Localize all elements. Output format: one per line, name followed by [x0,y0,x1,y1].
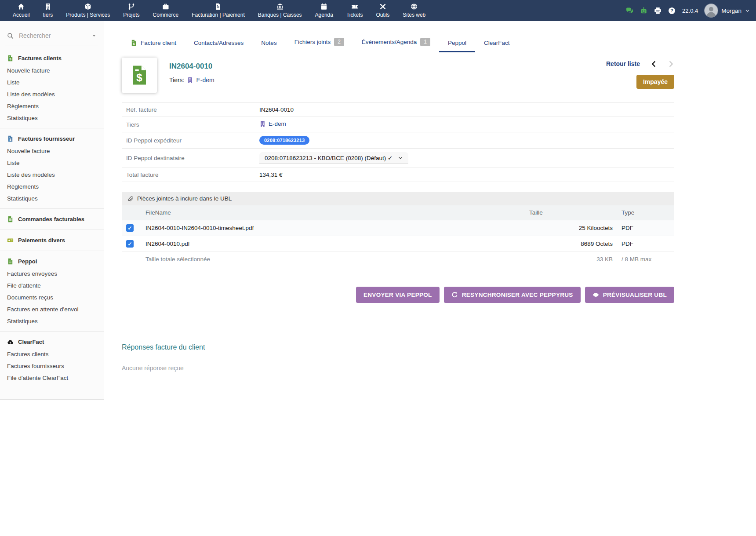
topnav-item-sites-web[interactable]: Sites web [396,0,432,21]
help-button[interactable]: ? [668,7,676,15]
sidebar-item-factures-envoy-es[interactable]: Factures envoyées [0,268,104,280]
sidebar-item-file-d-attente[interactable]: File d'attente [0,280,104,292]
sidebar-section-title-peppol[interactable]: Peppol [0,255,104,268]
topnav-right: ? 22.0.4 Morgan [626,0,750,21]
sidebar-item-file-d-attente-clearfact[interactable]: File d'attente ClearFact [0,372,104,384]
send-via-peppol-button[interactable]: ENVOYER VIA PEPPOL [356,287,440,303]
sidebar-section-title-factures-fournisseur[interactable]: $Factures fournisseur [0,132,104,145]
svg-text:$: $ [136,72,142,84]
detail-label: Tiers [122,117,255,132]
tab-bar: $Facture clientContacts/AdressesNotesFic… [122,33,674,52]
sidebar-section-title-factures-clients[interactable]: $Factures clients [0,52,104,65]
sidebar-item-liste-des-mod-les[interactable]: Liste des modèles [0,88,104,100]
version-label: 22.0.4 [682,7,698,14]
sidebar-section-title-paiements-divers[interactable]: Paiements divers [0,234,104,247]
user-menu[interactable]: Morgan [705,4,750,17]
sidebar-section-title-commandes-facturables[interactable]: Commandes facturables [0,213,104,226]
topnav-item-label: Outils [376,12,390,18]
tab-badge: 1 [420,38,430,46]
sidebar-item-statistiques[interactable]: Statistiques [0,315,104,327]
tab-contacts-adresses[interactable]: Contacts/Adresses [185,34,252,52]
prev-record-button[interactable] [651,61,657,67]
tab-badge: 2 [334,38,344,46]
sidebar-item-documents-re-us[interactable]: Documents reçus [0,292,104,303]
topnav-item-label: Tickets [346,12,363,18]
tab-clearfact[interactable]: ClearFact [475,34,519,52]
invoice-dollar-icon: $ [131,40,137,46]
total-size-label: Taille totale sélectionnée [141,252,525,267]
sidebar-item-factures-en-attente-d-envoi[interactable]: Factures en attente d'envoi [0,303,104,315]
topnav-item-banques-caisses[interactable]: Banques | Caisses [251,0,309,21]
topnav-item-label: Commerce [153,12,179,18]
cloud-icon [7,339,14,345]
money-icon [7,237,14,244]
sidebar-item-liste[interactable]: Liste [0,157,104,169]
sidebar-sections: $Factures clientsNouvelle factureListeLi… [0,48,104,388]
sidebar-item-liste-des-mod-les[interactable]: Liste des modèles [0,169,104,181]
briefcase-icon [162,3,169,10]
total-size-max: / 8 MB max [617,252,674,267]
search-input[interactable] [18,32,87,40]
file-checkbox[interactable]: ✓ [126,224,134,232]
sidebar-section-label: Factures fournisseur [18,135,75,142]
peppol-sender-badge: 0208:0718623213 [259,136,309,145]
topnav-item-outils[interactable]: Outils [370,0,396,21]
sidebar-item-statistiques[interactable]: Statistiques [0,112,104,124]
topnav-item-facturation-paiement[interactable]: Facturation | Paiement [185,0,251,21]
topnav-item-commerce[interactable]: Commerce [146,0,185,21]
question-circle-icon: ? [668,7,676,15]
column-filename: FileName [141,205,525,220]
bank-icon [276,3,284,10]
topnav-item-accueil[interactable]: Accueil [6,0,36,21]
topnav-item-tiers[interactable]: tiers [36,0,60,21]
preview-ubl-button[interactable]: PRÉVISUALISER UBL [585,287,674,303]
tab-notes[interactable]: Notes [252,34,285,52]
building-icon [187,77,193,84]
sidebar-section-clearfact: ClearFactFactures clientsFactures fourni… [0,331,104,388]
assistant-button[interactable] [640,7,647,15]
tiers-link[interactable]: E-dem [269,120,286,127]
resync-peppyrus-button[interactable]: RESYNCHRONISER AVEC PEPPYRUS [444,287,581,303]
topnav-item-projets[interactable]: Projets [116,0,146,21]
search-caret-icon[interactable] [91,33,97,38]
sidebar-item-nouvelle-facture[interactable]: Nouvelle facture [0,145,104,157]
topnav-item-tickets[interactable]: Tickets [340,0,370,21]
back-to-list-link[interactable]: Retour liste [606,60,640,67]
sidebar-section-peppol: PeppolFactures envoyéesFile d'attenteDoc… [0,251,104,331]
chat-button[interactable] [626,7,633,15]
sidebar-section-factures-fournisseur: $Factures fournisseurNouvelle factureLis… [0,128,104,208]
tab-v-nements-agenda[interactable]: Événements/Agenda1 [353,33,439,52]
tab-peppol[interactable]: Peppol [439,34,475,52]
detail-row: Total facture134,31 € [122,168,674,182]
building-icon [259,120,266,127]
sidebar-item-nouvelle-facture[interactable]: Nouvelle facture [0,65,104,77]
sidebar-item-factures-clients[interactable]: Factures clients [0,348,104,360]
invoice-ref: IN2604-0010 [169,62,214,71]
tab-label: Contacts/Adresses [194,40,244,46]
print-button[interactable] [654,7,662,15]
sidebar-section-title-clearfact[interactable]: ClearFact [0,335,104,348]
sidebar-section-factures-clients: $Factures clientsNouvelle factureListeLi… [0,48,104,128]
topnav-item-produits-services[interactable]: Produits | Services [59,0,116,21]
column-size: Taille [525,205,617,220]
topnav-item-agenda[interactable]: Agenda [309,0,340,21]
tab-fichiers-joints[interactable]: Fichiers joints2 [286,33,353,52]
detail-label: Total facture [122,168,255,182]
sidebar-section-paiements-divers: Paiements divers [0,230,104,251]
button-label: RESYNCHRONISER AVEC PEPPYRUS [462,292,573,298]
invoice-dollar-icon: $ [7,55,14,62]
sidebar-item-factures-fournisseurs[interactable]: Factures fournisseurs [0,360,104,372]
sidebar-item-statistiques[interactable]: Statistiques [0,193,104,204]
file-lines-icon [7,258,14,265]
file-checkbox[interactable]: ✓ [126,240,134,248]
tab-facture-client[interactable]: $Facture client [122,34,185,52]
sidebar-item-r-glements[interactable]: Règlements [0,181,104,193]
next-record-button[interactable] [668,61,674,67]
attachments-table: FileName Taille Type ✓IN2604-0010-IN2604… [122,205,674,266]
sidebar-item-r-glements[interactable]: Règlements [0,100,104,112]
invoice-thumbnail: $ [122,58,157,93]
sidebar-item-liste[interactable]: Liste [0,77,104,88]
tiers-link[interactable]: E-dem [196,77,214,84]
peppol-recipient-select[interactable]: 0208:0718623213 - KBO/BCE (0208) (Défaut… [259,152,408,164]
invoice-icon: $ [129,65,150,86]
